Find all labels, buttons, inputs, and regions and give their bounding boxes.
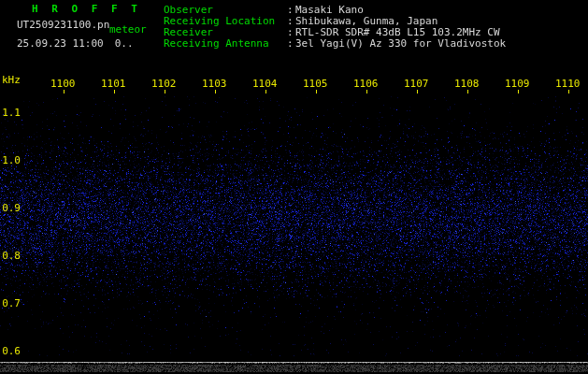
- x-tick-mark: [114, 90, 115, 94]
- x-tick-mark: [265, 90, 266, 94]
- y-axis-unit-label: kHz: [2, 75, 21, 86]
- x-tick-label: 1109: [505, 79, 530, 90]
- x-tick-mark: [165, 90, 165, 94]
- receiver-info-block: Observer:Masaki Kano Receiving Location:…: [164, 5, 506, 50]
- info-label: Receiving Antenna: [164, 38, 287, 50]
- file-line: UT2509231100.pnmeteor: [17, 20, 109, 31]
- info-row-antenna: Receiving Antenna:3el Yagi(V) Az 330 for…: [164, 38, 506, 50]
- y-tick-label: 0.9: [0, 203, 21, 214]
- x-tick-label: 1100: [50, 79, 76, 90]
- y-tick-label: 0.7: [0, 298, 21, 309]
- info-value: 3el Yagi(V) Az 330 for Vladivostok: [295, 38, 506, 50]
- app-title: H R O F F T: [32, 4, 141, 15]
- x-tick-label: 1102: [151, 79, 177, 90]
- x-tick-mark: [518, 90, 519, 94]
- x-tick-label: 1103: [202, 79, 227, 90]
- x-tick-mark: [215, 90, 216, 94]
- y-tick-label: 1.0: [0, 155, 21, 166]
- x-tick-label: 1104: [252, 79, 278, 90]
- x-tick-mark: [64, 90, 65, 94]
- x-tick-label: 1107: [404, 79, 429, 90]
- y-tick-label: 0.6: [0, 346, 21, 357]
- spectrogram-canvas: [0, 0, 588, 374]
- hrofft-screen: H R O F F T UT2509231100.pnmeteor 25.09.…: [0, 0, 588, 374]
- x-tick-label: 1108: [454, 79, 480, 90]
- x-tick-mark: [366, 90, 367, 94]
- mode-label: meteor: [109, 24, 147, 36]
- datetime-line: 25.09.23 11:000..: [17, 38, 134, 50]
- x-tick-mark: [568, 90, 569, 94]
- x-tick-label: 1106: [353, 79, 379, 90]
- datetime-text: 25.09.23 11:00: [17, 37, 104, 50]
- x-tick-label: 1105: [303, 79, 328, 90]
- x-tick-mark: [467, 90, 468, 94]
- x-tick-mark: [316, 90, 317, 94]
- filename-text: UT2509231100.pn: [17, 19, 109, 31]
- counter-text: 0..: [115, 37, 134, 50]
- y-tick-label: 1.1: [0, 108, 21, 119]
- x-tick-label: 1110: [555, 79, 581, 90]
- x-tick-mark: [417, 90, 418, 94]
- y-tick-label: 0.8: [0, 251, 21, 262]
- x-tick-label: 1101: [101, 79, 126, 90]
- colon-separator: :: [287, 38, 295, 50]
